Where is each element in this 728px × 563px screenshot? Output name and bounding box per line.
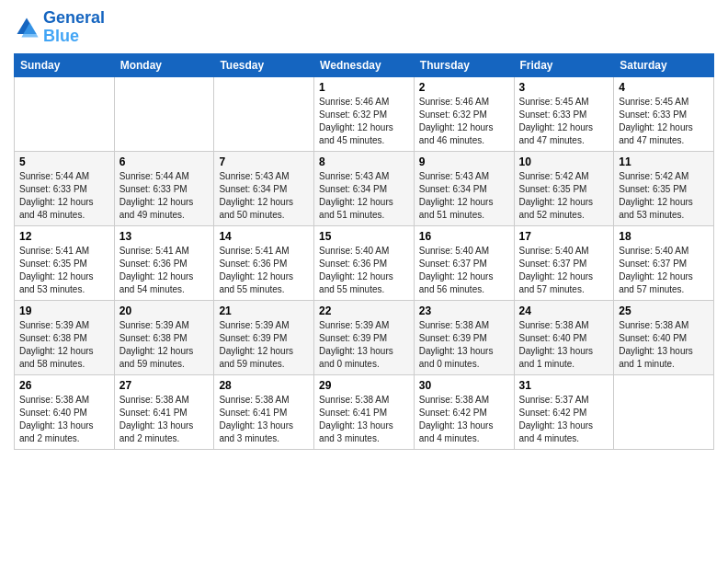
logo: General Blue bbox=[14, 9, 105, 46]
day-number: 21 bbox=[219, 304, 309, 317]
day-number: 5 bbox=[19, 155, 109, 168]
day-number: 15 bbox=[319, 230, 409, 243]
calendar-cell: 4Sunrise: 5:45 AM Sunset: 6:33 PM Daylig… bbox=[614, 76, 714, 151]
day-info: Sunrise: 5:43 AM Sunset: 6:34 PM Dayligh… bbox=[319, 170, 409, 222]
day-info: Sunrise: 5:46 AM Sunset: 6:32 PM Dayligh… bbox=[319, 96, 409, 147]
day-info: Sunrise: 5:41 AM Sunset: 6:36 PM Dayligh… bbox=[219, 245, 309, 296]
day-info: Sunrise: 5:42 AM Sunset: 6:35 PM Dayligh… bbox=[519, 170, 609, 222]
day-info: Sunrise: 5:44 AM Sunset: 6:33 PM Dayligh… bbox=[19, 170, 109, 222]
week-row-2: 5Sunrise: 5:44 AM Sunset: 6:33 PM Daylig… bbox=[15, 151, 714, 225]
calendar-cell: 23Sunrise: 5:38 AM Sunset: 6:39 PM Dayli… bbox=[414, 300, 514, 374]
weekday-header-thursday: Thursday bbox=[414, 53, 514, 76]
day-info: Sunrise: 5:40 AM Sunset: 6:36 PM Dayligh… bbox=[319, 245, 409, 296]
day-number: 23 bbox=[419, 304, 509, 317]
day-info: Sunrise: 5:42 AM Sunset: 6:35 PM Dayligh… bbox=[619, 170, 709, 222]
calendar-cell: 27Sunrise: 5:38 AM Sunset: 6:41 PM Dayli… bbox=[114, 374, 214, 449]
day-number: 31 bbox=[519, 379, 609, 392]
week-row-1: 1Sunrise: 5:46 AM Sunset: 6:32 PM Daylig… bbox=[15, 76, 714, 151]
day-info: Sunrise: 5:46 AM Sunset: 6:32 PM Dayligh… bbox=[419, 96, 509, 147]
day-info: Sunrise: 5:38 AM Sunset: 6:40 PM Dayligh… bbox=[519, 319, 609, 371]
day-info: Sunrise: 5:39 AM Sunset: 6:39 PM Dayligh… bbox=[219, 319, 309, 371]
day-info: Sunrise: 5:38 AM Sunset: 6:41 PM Dayligh… bbox=[119, 394, 210, 445]
day-info: Sunrise: 5:37 AM Sunset: 6:42 PM Dayligh… bbox=[519, 394, 609, 445]
day-info: Sunrise: 5:38 AM Sunset: 6:39 PM Dayligh… bbox=[419, 319, 509, 371]
calendar-cell bbox=[214, 76, 314, 151]
day-info: Sunrise: 5:39 AM Sunset: 6:38 PM Dayligh… bbox=[119, 319, 210, 371]
day-number: 19 bbox=[19, 304, 109, 317]
day-number: 6 bbox=[119, 155, 210, 168]
calendar-table: SundayMondayTuesdayWednesdayThursdayFrid… bbox=[14, 53, 714, 450]
calendar-cell: 10Sunrise: 5:42 AM Sunset: 6:35 PM Dayli… bbox=[514, 151, 614, 225]
calendar-cell: 8Sunrise: 5:43 AM Sunset: 6:34 PM Daylig… bbox=[314, 151, 415, 225]
calendar-body: 1Sunrise: 5:46 AM Sunset: 6:32 PM Daylig… bbox=[15, 76, 714, 449]
calendar-cell: 29Sunrise: 5:38 AM Sunset: 6:41 PM Dayli… bbox=[314, 374, 415, 449]
day-number: 18 bbox=[619, 230, 709, 243]
calendar-cell: 21Sunrise: 5:39 AM Sunset: 6:39 PM Dayli… bbox=[214, 300, 314, 374]
day-number: 17 bbox=[519, 230, 609, 243]
day-info: Sunrise: 5:38 AM Sunset: 6:40 PM Dayligh… bbox=[19, 394, 109, 445]
calendar-cell: 25Sunrise: 5:38 AM Sunset: 6:40 PM Dayli… bbox=[614, 300, 714, 374]
weekday-header-wednesday: Wednesday bbox=[314, 53, 415, 76]
calendar-cell: 18Sunrise: 5:40 AM Sunset: 6:37 PM Dayli… bbox=[614, 225, 714, 300]
day-info: Sunrise: 5:40 AM Sunset: 6:37 PM Dayligh… bbox=[419, 245, 509, 296]
calendar-cell bbox=[614, 374, 714, 449]
day-number: 1 bbox=[319, 81, 409, 94]
calendar-cell: 14Sunrise: 5:41 AM Sunset: 6:36 PM Dayli… bbox=[214, 225, 314, 300]
calendar-cell: 15Sunrise: 5:40 AM Sunset: 6:36 PM Dayli… bbox=[314, 225, 415, 300]
week-row-4: 19Sunrise: 5:39 AM Sunset: 6:38 PM Dayli… bbox=[15, 300, 714, 374]
day-info: Sunrise: 5:44 AM Sunset: 6:33 PM Dayligh… bbox=[119, 170, 210, 222]
day-number: 12 bbox=[19, 230, 109, 243]
calendar-cell: 17Sunrise: 5:40 AM Sunset: 6:37 PM Dayli… bbox=[514, 225, 614, 300]
day-number: 25 bbox=[619, 304, 709, 317]
week-row-5: 26Sunrise: 5:38 AM Sunset: 6:40 PM Dayli… bbox=[15, 374, 714, 449]
day-number: 20 bbox=[119, 304, 210, 317]
logo-icon bbox=[14, 15, 40, 40]
day-number: 10 bbox=[519, 155, 609, 168]
day-number: 28 bbox=[219, 379, 309, 392]
day-info: Sunrise: 5:38 AM Sunset: 6:42 PM Dayligh… bbox=[419, 394, 509, 445]
day-info: Sunrise: 5:39 AM Sunset: 6:38 PM Dayligh… bbox=[19, 319, 109, 371]
day-number: 2 bbox=[419, 81, 509, 94]
weekday-header-sunday: Sunday bbox=[15, 53, 115, 76]
day-number: 27 bbox=[119, 379, 210, 392]
day-number: 30 bbox=[419, 379, 509, 392]
calendar-cell: 19Sunrise: 5:39 AM Sunset: 6:38 PM Dayli… bbox=[15, 300, 115, 374]
weekday-header-friday: Friday bbox=[514, 53, 614, 76]
calendar-cell: 22Sunrise: 5:39 AM Sunset: 6:39 PM Dayli… bbox=[314, 300, 415, 374]
calendar-cell: 6Sunrise: 5:44 AM Sunset: 6:33 PM Daylig… bbox=[114, 151, 214, 225]
day-number: 24 bbox=[519, 304, 609, 317]
day-info: Sunrise: 5:43 AM Sunset: 6:34 PM Dayligh… bbox=[219, 170, 309, 222]
day-number: 16 bbox=[419, 230, 509, 243]
day-number: 9 bbox=[419, 155, 509, 168]
day-number: 7 bbox=[219, 155, 309, 168]
day-number: 8 bbox=[319, 155, 409, 168]
calendar-cell: 1Sunrise: 5:46 AM Sunset: 6:32 PM Daylig… bbox=[314, 76, 415, 151]
day-info: Sunrise: 5:39 AM Sunset: 6:39 PM Dayligh… bbox=[319, 319, 409, 371]
calendar-cell: 24Sunrise: 5:38 AM Sunset: 6:40 PM Dayli… bbox=[514, 300, 614, 374]
calendar-cell: 13Sunrise: 5:41 AM Sunset: 6:36 PM Dayli… bbox=[114, 225, 214, 300]
logo-text: General Blue bbox=[43, 9, 105, 46]
day-number: 14 bbox=[219, 230, 309, 243]
calendar-cell: 30Sunrise: 5:38 AM Sunset: 6:42 PM Dayli… bbox=[414, 374, 514, 449]
day-info: Sunrise: 5:41 AM Sunset: 6:36 PM Dayligh… bbox=[119, 245, 210, 296]
calendar-cell: 16Sunrise: 5:40 AM Sunset: 6:37 PM Dayli… bbox=[414, 225, 514, 300]
day-info: Sunrise: 5:40 AM Sunset: 6:37 PM Dayligh… bbox=[519, 245, 609, 296]
weekday-header-tuesday: Tuesday bbox=[214, 53, 314, 76]
calendar-cell: 5Sunrise: 5:44 AM Sunset: 6:33 PM Daylig… bbox=[15, 151, 115, 225]
weekday-header-saturday: Saturday bbox=[614, 53, 714, 76]
day-number: 26 bbox=[19, 379, 109, 392]
day-info: Sunrise: 5:40 AM Sunset: 6:37 PM Dayligh… bbox=[619, 245, 709, 296]
day-info: Sunrise: 5:45 AM Sunset: 6:33 PM Dayligh… bbox=[519, 96, 609, 147]
calendar-cell bbox=[15, 76, 115, 151]
page-container: General Blue SundayMondayTuesdayWednesda… bbox=[0, 0, 728, 459]
calendar-cell bbox=[114, 76, 214, 151]
week-row-3: 12Sunrise: 5:41 AM Sunset: 6:35 PM Dayli… bbox=[15, 225, 714, 300]
calendar-cell: 26Sunrise: 5:38 AM Sunset: 6:40 PM Dayli… bbox=[15, 374, 115, 449]
calendar-cell: 9Sunrise: 5:43 AM Sunset: 6:34 PM Daylig… bbox=[414, 151, 514, 225]
weekday-header-monday: Monday bbox=[114, 53, 214, 76]
weekday-header-row: SundayMondayTuesdayWednesdayThursdayFrid… bbox=[15, 53, 714, 76]
day-info: Sunrise: 5:43 AM Sunset: 6:34 PM Dayligh… bbox=[419, 170, 509, 222]
day-number: 13 bbox=[119, 230, 210, 243]
calendar-header: General Blue bbox=[14, 9, 714, 46]
day-info: Sunrise: 5:45 AM Sunset: 6:33 PM Dayligh… bbox=[619, 96, 709, 147]
